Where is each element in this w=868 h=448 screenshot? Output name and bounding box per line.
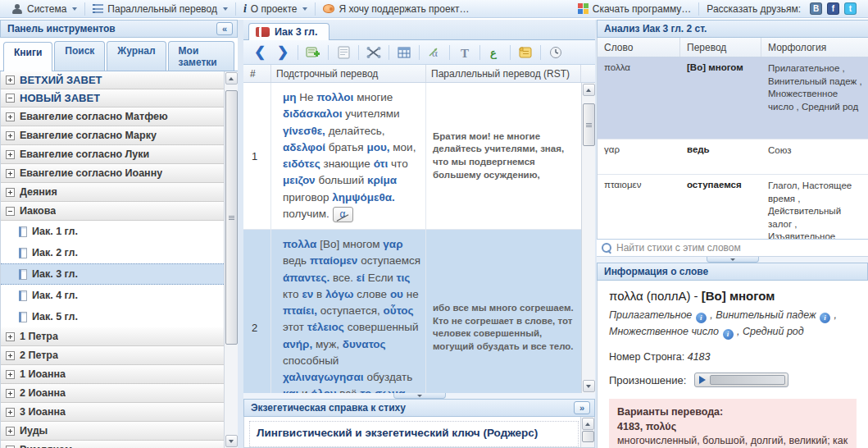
word-search-input[interactable]: [616, 242, 863, 254]
russian-gloss[interactable]: совершенный: [348, 321, 419, 333]
scroll-track[interactable]: [225, 85, 238, 434]
greek-word[interactable]: τέλειος: [307, 321, 344, 333]
greek-word[interactable]: ανήρ,: [283, 338, 312, 350]
greek-word[interactable]: ότι: [374, 158, 389, 170]
russian-gloss[interactable]: этот: [283, 321, 304, 333]
russian-gloss[interactable]: знающие: [323, 158, 370, 170]
scroll-track[interactable]: [583, 97, 595, 379]
tree-book-item[interactable]: 2 Петра: [1, 346, 224, 365]
greek-word[interactable]: όλον: [311, 387, 336, 393]
scroll-up-button[interactable]: [582, 418, 594, 430]
tree-chapter-item[interactable]: Иак. 2 гл.: [1, 242, 224, 263]
vk-icon[interactable]: B: [810, 2, 822, 15]
tools-icon[interactable]: [364, 43, 384, 62]
tree-book-item[interactable]: 1 Иоанна: [1, 365, 224, 384]
scroll-thumb[interactable]: [225, 90, 238, 345]
add-book-icon[interactable]: [303, 43, 323, 62]
page-icon[interactable]: [334, 43, 353, 62]
collapse-handle[interactable]: [393, 393, 446, 399]
tab-james-3[interactable]: Иак 3 гл.: [248, 23, 329, 40]
collapse-node-icon[interactable]: [6, 94, 15, 103]
russian-gloss[interactable]: всё: [339, 387, 357, 393]
greek-alpha-icon[interactable]: α: [425, 43, 444, 62]
expand-node-icon[interactable]: [6, 446, 15, 448]
menu-parallel-translation[interactable]: Параллельный перевод: [85, 0, 235, 17]
text-format-icon[interactable]: T: [455, 43, 475, 62]
verse-row[interactable]: 1μη Не πολλοι многие διδάσκαλοι учителям…: [243, 83, 581, 230]
expand-node-icon[interactable]: [6, 75, 15, 85]
greek-word[interactable]: πταίει,: [283, 304, 317, 317]
collapse-handle[interactable]: [707, 257, 759, 263]
russian-gloss[interactable]: в: [316, 288, 322, 300]
tree-book-item[interactable]: Евангелие согласно Матфею: [1, 107, 224, 126]
greek-word[interactable]: το: [360, 387, 371, 393]
russian-gloss[interactable]: обуздать: [366, 371, 412, 383]
greek-word[interactable]: γαρ: [383, 238, 402, 250]
tab-my-notes[interactable]: Мои заметки: [168, 41, 234, 71]
tree-section-item[interactable]: НОВЫЙ ЗАВЕТ: [1, 89, 224, 107]
russian-gloss[interactable]: многие: [357, 91, 393, 103]
russian-gloss[interactable]: не: [407, 288, 419, 300]
tree-book-item[interactable]: Евангелие согласно Марку: [1, 126, 224, 145]
expand-node-icon[interactable]: [6, 389, 15, 398]
expand-node-icon[interactable]: [6, 131, 15, 140]
word-analysis-row[interactable]: πολλα[Во] многомПрилагательное , Винител…: [598, 57, 868, 139]
tab-books[interactable]: Книги: [3, 42, 52, 71]
tree-chapter-item[interactable]: Иак. 5 гл.: [1, 306, 224, 327]
greek-word[interactable]: εν: [302, 288, 313, 300]
russian-gloss[interactable]: что: [391, 158, 408, 170]
collapse-node-icon[interactable]: [6, 207, 15, 216]
greek-word[interactable]: κρίμα: [367, 174, 397, 186]
greek-word[interactable]: δυνατος: [343, 338, 386, 350]
menu-support-project[interactable]: Я хочу поддержать проект…: [316, 0, 476, 17]
scroll-thumb[interactable]: [582, 431, 594, 442]
greek-word[interactable]: και: [283, 387, 298, 393]
greek-word[interactable]: μειζον: [283, 174, 316, 186]
menu-about[interactable]: i О проекте: [236, 0, 316, 17]
tree-book-item[interactable]: Евангелие согласно Иоанну: [1, 164, 224, 183]
greek-word[interactable]: σωμα.: [375, 387, 408, 393]
info-icon[interactable]: i: [723, 329, 734, 340]
expand-node-icon[interactable]: [6, 332, 15, 341]
greek-word[interactable]: τις: [397, 272, 411, 284]
tree-book-item[interactable]: Римлянам: [1, 441, 224, 448]
russian-gloss[interactable]: получим.: [283, 208, 329, 220]
expand-node-icon[interactable]: [6, 112, 15, 121]
tab-journal[interactable]: Журнал: [107, 41, 166, 71]
expand-node-icon[interactable]: [6, 427, 15, 436]
history-clock-icon[interactable]: [546, 43, 566, 62]
russian-gloss[interactable]: оступаемся: [361, 254, 420, 267]
greek-word[interactable]: ειδότες: [283, 158, 320, 170]
russian-gloss[interactable]: братья: [329, 141, 364, 153]
tree-book-item[interactable]: Евангелие согласно Луки: [1, 145, 224, 164]
translit-icon[interactable]: ع: [485, 43, 505, 62]
alpha-note-button[interactable]: α: [333, 207, 353, 222]
tree-book-item[interactable]: 1 Петра: [1, 327, 224, 346]
greek-word[interactable]: χαλιναγωγησαι: [283, 371, 364, 383]
greek-word[interactable]: διδάσκαλοι: [283, 107, 342, 120]
greek-word[interactable]: πταίομεν: [310, 254, 357, 267]
greek-word[interactable]: πολλοι: [316, 91, 353, 103]
scroll-up-button[interactable]: [583, 84, 595, 96]
russian-gloss[interactable]: муж,: [316, 338, 339, 350]
verses-scrollbar[interactable]: [581, 83, 595, 393]
tree-book-item[interactable]: Иуды: [1, 422, 224, 441]
expand-node-icon[interactable]: [6, 370, 15, 379]
scroll-icon[interactable]: [516, 43, 535, 62]
greek-word[interactable]: εί: [357, 272, 365, 284]
tab-search[interactable]: Поиск: [54, 41, 105, 71]
expand-node-icon[interactable]: [6, 188, 15, 197]
greek-word[interactable]: μη: [283, 91, 297, 103]
russian-gloss[interactable]: приговор: [283, 191, 329, 203]
expand-node-icon[interactable]: [6, 150, 15, 159]
russian-gloss[interactable]: Не: [299, 91, 313, 103]
tree-book-item[interactable]: 2 Иоанна: [1, 384, 224, 403]
greek-word[interactable]: άπαντες.: [283, 272, 329, 284]
collapse-exegetical-button[interactable]: »: [574, 401, 590, 414]
exegetical-scrollbar[interactable]: [580, 417, 594, 447]
russian-gloss[interactable]: больший: [318, 174, 364, 186]
greek-word[interactable]: μου,: [366, 141, 389, 153]
expand-node-icon[interactable]: [6, 351, 15, 360]
menu-system[interactable]: Система: [5, 0, 84, 17]
russian-gloss[interactable]: мои,: [393, 141, 416, 153]
